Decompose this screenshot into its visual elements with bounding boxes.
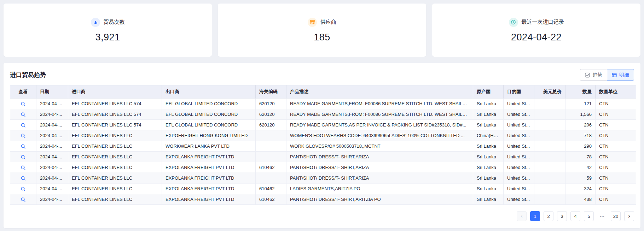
description-cell: PANT/SHOT/ DRESS/T- SHIRT,ARIZA [286, 152, 473, 162]
table-row: 2024-04-... EFL CONTAINER LINES LLC EXPO… [10, 184, 636, 194]
importer-cell: EFL CONTAINER LINES LLC 574 [68, 120, 162, 130]
table-row: 2024-04-... EFL CONTAINER LINES LLC 574 … [10, 109, 636, 120]
unit-cell: CTN [596, 184, 636, 194]
hs-code-cell [256, 141, 286, 152]
view-detail-button[interactable] [10, 98, 36, 109]
card-value: 185 [314, 32, 330, 43]
importer-cell: EFL CONTAINER LINES LLC [68, 162, 162, 173]
description-cell: PANT/SHOT/ DRESS/T- SHIRT,ARIZA [286, 173, 473, 184]
table-row: 2024-04-... EFL CONTAINER LINES LLC EXPO… [10, 162, 636, 173]
importer-cell: EFL CONTAINER LINES LLC [68, 130, 162, 141]
column-header-exporter: 出口商 [162, 85, 256, 98]
column-header-description: 产品描述 [286, 85, 473, 98]
stats-cards: 贸易次数 3,921 供应商 185 最近一次进口记录 2024-04-22 [4, 4, 640, 57]
importer-cell: EFL CONTAINER LINES LLC 574 [68, 98, 162, 109]
quantity-cell: 718 [565, 130, 596, 141]
trade-records-table: 查看 日期 进口商 出口商 海关编码 产品描述 原产国 目的国 美元总价 数量 … [10, 85, 636, 205]
unit-cell: CTN [596, 98, 636, 109]
usd-total-cell [534, 173, 565, 184]
table-header-row: 查看 日期 进口商 出口商 海关编码 产品描述 原产国 目的国 美元总价 数量 … [10, 85, 636, 98]
usd-total-cell [534, 109, 565, 120]
description-cell: WOMEN'S FOOTWEARHS CODE: 6403999065LADIE… [286, 130, 473, 141]
description-cell: READY MADE GARMENTS,FROM: F00086 SUPREME… [286, 109, 473, 120]
column-header-quantity: 数量 [565, 85, 596, 98]
date-cell: 2024-04-... [36, 194, 68, 205]
hs-code-cell [256, 130, 286, 141]
origin-cell: Sri Lanka [473, 152, 504, 162]
view-detail-button[interactable] [10, 152, 36, 162]
origin-cell: Sri Lanka [473, 194, 504, 205]
origin-cell: Sri Lanka [473, 141, 504, 152]
hs-code-cell [256, 173, 286, 184]
view-detail-button[interactable] [10, 130, 36, 141]
magnifier-icon [21, 176, 26, 181]
import-trend-panel: 进口贸易趋势 趋势 明细 查看 日期 [4, 63, 640, 228]
quantity-cell: 438 [565, 194, 596, 205]
magnifier-icon [21, 133, 26, 139]
date-cell: 2024-04-... [36, 109, 68, 120]
usd-total-cell [534, 194, 565, 205]
view-detail-button[interactable] [10, 184, 36, 194]
column-header-destination: 目的国 [504, 85, 534, 98]
hs-code-cell: 610462 [256, 194, 286, 205]
column-header-origin: 原产国 [473, 85, 504, 98]
store-icon [308, 18, 317, 27]
trade-count-card: 贸易次数 3,921 [4, 4, 212, 57]
hs-code-cell: 620120 [256, 98, 286, 109]
destination-cell: United St... [504, 194, 534, 205]
date-cell: 2024-04-... [36, 130, 68, 141]
view-detail-button[interactable] [10, 173, 36, 184]
prev-page-button[interactable]: ‹ [517, 211, 527, 221]
date-cell: 2024-04-... [36, 173, 68, 184]
trend-tab[interactable]: 趋势 [580, 69, 607, 81]
destination-cell: United St... [504, 173, 534, 184]
page-button-5[interactable]: 5 [584, 211, 594, 221]
date-cell: 2024-04-... [36, 162, 68, 173]
table-grid-icon [612, 73, 617, 78]
exporter-cell: EFL GLOBAL LIMITED CONCORD [162, 98, 256, 109]
usd-total-cell [534, 120, 565, 130]
date-cell: 2024-04-... [36, 98, 68, 109]
exporter-cell: EXPOLANKA FREIGHT PVT LTD [162, 194, 256, 205]
origin-cell: Sri Lanka [473, 162, 504, 173]
view-detail-button[interactable] [10, 120, 36, 130]
magnifier-icon [21, 197, 26, 202]
view-detail-button[interactable] [10, 162, 36, 173]
destination-cell: United St... [504, 162, 534, 173]
quantity-cell: 59 [565, 173, 596, 184]
view-detail-button[interactable] [10, 109, 36, 120]
card-value: 3,921 [95, 32, 120, 43]
view-detail-button[interactable] [10, 141, 36, 152]
exporter-cell: EXPOLANKA FREIGHT PVT LTD [162, 162, 256, 173]
clock-icon [509, 18, 518, 27]
usd-total-cell [534, 184, 565, 194]
unit-cell: CTN [596, 120, 636, 130]
unit-cell: CTN [596, 152, 636, 162]
hs-code-cell: 620120 [256, 120, 286, 130]
page-button-4[interactable]: 4 [570, 211, 580, 221]
trend-chart-icon [585, 73, 590, 78]
quantity-cell: 290 [565, 141, 596, 152]
view-detail-button[interactable] [10, 194, 36, 205]
table-row: 2024-04-... EFL CONTAINER LINES LLC EXPO… [10, 130, 636, 141]
page-button-last[interactable]: 20 [611, 211, 621, 221]
supplier-count-card: 供应商 185 [218, 4, 426, 57]
origin-cell: Sri Lanka [473, 120, 504, 130]
date-cell: 2024-04-... [36, 152, 68, 162]
hs-code-cell: 620120 [256, 109, 286, 120]
quantity-cell: 324 [565, 184, 596, 194]
date-cell: 2024-04-... [36, 120, 68, 130]
usd-total-cell [534, 152, 565, 162]
unit-cell: CTN [596, 109, 636, 120]
next-page-button[interactable]: › [624, 211, 634, 221]
importer-cell: EFL CONTAINER LINES LLC [68, 141, 162, 152]
page-button-3[interactable]: 3 [557, 211, 567, 221]
pagination: ‹ 1 2 3 4 5 ••• 20 › [10, 211, 634, 221]
unit-cell: CTN [596, 130, 636, 141]
magnifier-icon [21, 186, 26, 192]
page-button-2[interactable]: 2 [544, 211, 553, 221]
detail-tab[interactable]: 明细 [607, 69, 634, 81]
latest-import-card: 最近一次进口记录 2024-04-22 [432, 4, 640, 57]
page-button-1[interactable]: 1 [530, 211, 540, 221]
exporter-cell: EXPOLANKA FREIGHT PVT LTD [162, 184, 256, 194]
